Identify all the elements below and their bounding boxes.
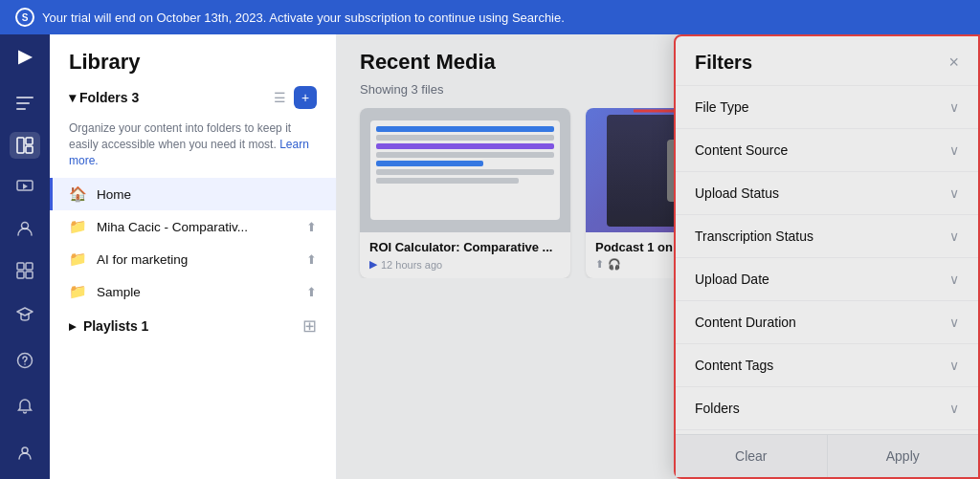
folder-item-home[interactable]: 🏠 Home xyxy=(50,178,336,210)
svg-rect-1 xyxy=(16,102,30,104)
filter-item-content-duration[interactable]: Content Duration ∨ xyxy=(676,301,978,344)
folder-item-sample[interactable]: 📁 Sample ⬆ xyxy=(50,275,336,308)
upload-icon-miha[interactable]: ⬆ xyxy=(306,220,317,234)
filter-item-upload-status[interactable]: Upload Status ∨ xyxy=(676,172,978,215)
add-folder-icon[interactable]: + xyxy=(294,86,317,109)
media-nav-icon[interactable] xyxy=(10,174,40,201)
main-content: Recent Media Showing 3 files xyxy=(337,34,980,479)
svg-point-14 xyxy=(22,447,28,453)
folder-description: Organize your content into folders to ke… xyxy=(50,117,336,178)
folder-item-ai[interactable]: 📁 AI for marketing ⬆ xyxy=(50,243,336,275)
add-playlist-icon[interactable]: ⊞ xyxy=(302,316,317,337)
filters-header: Filters × xyxy=(676,36,978,86)
folders-chevron[interactable]: ▾ xyxy=(69,90,76,105)
library-panel: Library ▾ Folders 3 ☰ + Organize your co… xyxy=(50,34,337,479)
svg-rect-4 xyxy=(26,138,33,144)
filter-item-file-type[interactable]: File Type ∨ xyxy=(676,86,978,129)
library-nav-icon[interactable] xyxy=(10,132,40,159)
filter-chevron-upload-status: ∨ xyxy=(949,185,959,201)
notifications-nav-icon[interactable] xyxy=(10,391,40,422)
folder-icon-sample: 📁 xyxy=(69,283,87,300)
media-headphone-icon: 🎧 xyxy=(608,258,621,271)
trial-icon: S xyxy=(15,8,34,27)
filter-item-content-tags[interactable]: Content Tags ∨ xyxy=(676,344,978,387)
media-meta-roi: ▶ 12 hours ago xyxy=(369,258,561,271)
filter-item-upload-date[interactable]: Upload Date ∨ xyxy=(676,258,978,301)
svg-rect-9 xyxy=(26,263,33,270)
account-nav-icon[interactable] xyxy=(10,437,40,468)
menu-nav-icon[interactable] xyxy=(10,90,40,117)
filters-panel: Filters × File Type ∨ Content Source ∨ U… xyxy=(674,34,980,479)
folders-title: ▾ Folders 3 xyxy=(69,90,139,105)
home-icon: 🏠 xyxy=(69,185,87,203)
media-title-roi: ROI Calculator: Comparative ... xyxy=(369,240,561,254)
filter-item-content-source[interactable]: Content Source ∨ xyxy=(676,129,978,172)
svg-rect-3 xyxy=(17,138,24,153)
folder-item-miha[interactable]: 📁 Miha Cacic - Comparativ... ⬆ xyxy=(50,210,336,243)
help-nav-icon[interactable] xyxy=(10,345,40,376)
trial-text: Your trial will end on October 13th, 202… xyxy=(42,11,565,25)
svg-rect-10 xyxy=(17,272,24,278)
filter-chevron-content-duration: ∨ xyxy=(949,315,959,330)
filter-chevron-content-tags: ∨ xyxy=(949,358,959,373)
filter-chevron-file-type: ∨ xyxy=(949,99,959,115)
trial-banner: S Your trial will end on October 13th, 2… xyxy=(0,0,980,34)
upload-icon-sample[interactable]: ⬆ xyxy=(306,285,317,299)
filters-title: Filters xyxy=(695,52,752,74)
upload-icon-ai[interactable]: ⬆ xyxy=(306,252,317,267)
apply-button[interactable]: Apply xyxy=(828,435,979,477)
filter-chevron-transcription-status: ∨ xyxy=(949,229,959,244)
list-view-icon[interactable]: ☰ xyxy=(274,90,286,105)
filter-chevron-upload-date: ∨ xyxy=(949,272,959,287)
media-info-roi: ROI Calculator: Comparative ... ▶ 12 hou… xyxy=(360,232,570,278)
filter-chevron-content-source: ∨ xyxy=(949,142,959,158)
svg-rect-0 xyxy=(16,97,33,98)
filter-item-folders[interactable]: Folders ∨ xyxy=(676,387,978,430)
playlists-title: ▸ Playlists 1 xyxy=(69,318,148,334)
folder-icon-miha: 📁 xyxy=(69,218,87,235)
filters-footer: Clear Apply xyxy=(676,434,978,477)
media-card-roi[interactable]: ROI Calculator: Comparative ... ▶ 12 hou… xyxy=(360,108,570,278)
svg-rect-11 xyxy=(26,272,33,278)
folders-actions: ☰ + xyxy=(274,86,317,109)
svg-rect-8 xyxy=(17,263,24,270)
clear-button[interactable]: Clear xyxy=(676,435,828,477)
contacts-nav-icon[interactable] xyxy=(10,215,40,242)
left-nav: ▶ xyxy=(0,34,50,479)
svg-rect-5 xyxy=(26,146,33,153)
hub-nav-icon[interactable] xyxy=(10,257,40,284)
playlists-header[interactable]: ▸ Playlists 1 ⊞ xyxy=(50,308,336,344)
media-type-icon-roi: ▶ xyxy=(369,258,377,271)
media-thumbnail-roi xyxy=(360,108,570,232)
academy-nav-icon[interactable] xyxy=(10,299,40,330)
logo[interactable]: ▶ xyxy=(18,46,32,67)
media-upload-icon: ⬆ xyxy=(595,258,604,271)
folders-header: ▾ Folders 3 ☰ + xyxy=(50,82,336,117)
filters-close-button[interactable]: × xyxy=(948,53,959,73)
folder-icon-ai: 📁 xyxy=(69,250,87,268)
svg-point-13 xyxy=(24,363,26,365)
library-title: Library xyxy=(50,34,336,82)
media-time-roi: 12 hours ago xyxy=(381,259,442,271)
playlists-chevron: ▸ xyxy=(69,318,76,334)
filter-chevron-folders: ∨ xyxy=(949,401,959,416)
svg-rect-2 xyxy=(16,108,26,110)
filter-item-transcription-status[interactable]: Transcription Status ∨ xyxy=(676,215,978,258)
